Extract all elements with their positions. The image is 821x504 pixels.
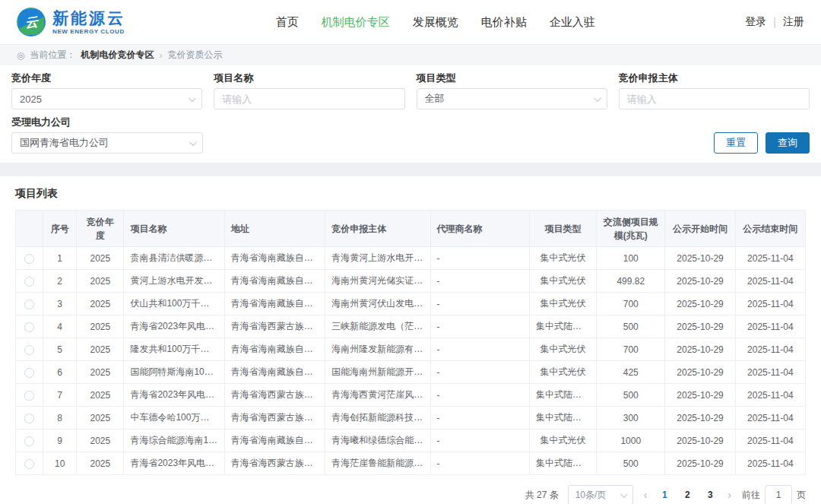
cell-scale: 499.82 bbox=[597, 270, 665, 293]
cell-type: 集中式光伏 bbox=[529, 338, 596, 361]
cell-year: 2025 bbox=[77, 247, 124, 270]
cell-no: 4 bbox=[43, 315, 77, 338]
col-agent: 代理商名称 bbox=[430, 211, 529, 247]
project-name-field: 项目名称 bbox=[214, 73, 404, 109]
row-radio-button[interactable] bbox=[24, 368, 34, 378]
row-radio-button[interactable] bbox=[24, 345, 34, 355]
goto-suffix: 页 bbox=[797, 489, 806, 502]
project-type-select[interactable]: 全部 bbox=[417, 88, 607, 109]
cell-address: 青海省海南藏族自治州贵南县 bbox=[224, 247, 325, 270]
page-size-select[interactable]: 10条/页 bbox=[568, 485, 633, 504]
cell-agent: - bbox=[430, 338, 529, 361]
row-radio-button[interactable] bbox=[24, 414, 34, 423]
query-button[interactable]: 查询 bbox=[766, 132, 810, 154]
cell-project-name: 青海省2023年风电项目三标段... bbox=[124, 315, 224, 338]
cell-scale: 300 bbox=[597, 407, 665, 430]
register-link[interactable]: 注册 bbox=[783, 15, 804, 29]
breadcrumb: ◎ 当前位置： 机制电价竞价专区 › 竞价资质公示 bbox=[0, 44, 821, 65]
cell-agent: - bbox=[430, 247, 529, 270]
col-type: 项目类型 bbox=[529, 211, 596, 247]
table-row[interactable]: 6 2025 国能阿特斯海南100万千瓦源... 青海省海南藏族自治州共和县 国… bbox=[16, 361, 806, 384]
login-link[interactable]: 登录 bbox=[745, 15, 766, 29]
table-row[interactable]: 10 2025 青海省2023年风电项目2标段... 青海省海西蒙古族藏族自治州… bbox=[16, 452, 806, 475]
radio-column-header bbox=[16, 211, 43, 247]
radio-cell bbox=[16, 452, 43, 475]
project-name-input[interactable] bbox=[214, 88, 404, 109]
col-entity: 竞价申报主体 bbox=[325, 211, 430, 247]
nav-item-development-overview[interactable]: 发展概览 bbox=[413, 15, 458, 30]
chevron-down-icon bbox=[594, 94, 601, 102]
cell-no: 8 bbox=[43, 407, 77, 430]
panel-gap bbox=[0, 163, 821, 176]
table-row[interactable]: 3 2025 伏山共和100万千瓦源网荷储... 青海省海南藏族自治州共和县 海… bbox=[16, 293, 806, 315]
cell-scale: 500 bbox=[597, 384, 665, 407]
next-page-icon[interactable]: › bbox=[726, 489, 733, 501]
cell-scale: 100 bbox=[597, 247, 665, 270]
row-radio-button[interactable] bbox=[24, 459, 34, 469]
bidding-entity-input[interactable] bbox=[619, 88, 810, 109]
cell-end-time: 2025-11-04 bbox=[735, 315, 805, 338]
table-row[interactable]: 4 2025 青海省2023年风电项目三标段... 青海省海西蒙古族藏族自治州.… bbox=[16, 315, 806, 338]
radio-cell bbox=[16, 315, 43, 338]
goto-page-input[interactable] bbox=[765, 485, 792, 504]
page-button-3[interactable]: 3 bbox=[703, 490, 717, 500]
table-header-row: 序号 竞价年度 项目名称 地址 竞价申报主体 代理商名称 项目类型 交流侧项目规… bbox=[16, 211, 806, 247]
cell-project-name: 国能阿特斯海南100万千瓦源... bbox=[124, 361, 224, 384]
cell-year: 2025 bbox=[77, 270, 124, 293]
project-table: 序号 竞价年度 项目名称 地址 竞价申报主体 代理商名称 项目类型 交流侧项目规… bbox=[15, 210, 806, 475]
cell-start-time: 2025-10-29 bbox=[665, 270, 735, 293]
page-button-2[interactable]: 2 bbox=[680, 490, 694, 500]
breadcrumb-section[interactable]: 机制电价竞价专区 bbox=[81, 49, 154, 62]
power-company-label: 受理电力公司 bbox=[11, 117, 203, 127]
cell-agent: - bbox=[430, 452, 529, 475]
nav-item-home[interactable]: 首页 bbox=[276, 15, 299, 30]
row-radio-button[interactable] bbox=[24, 254, 34, 264]
row-radio-button[interactable] bbox=[24, 436, 34, 446]
cell-type: 集中式光伏 bbox=[529, 361, 596, 384]
nav-item-mechanism-price-zone[interactable]: 机制电价专区 bbox=[322, 15, 390, 30]
table-row[interactable]: 5 2025 隆发共和100万千瓦源网荷储... 青海省海南藏族自治州共和县 海… bbox=[16, 338, 806, 361]
bidding-year-select[interactable]: 2025 bbox=[11, 88, 202, 109]
table-row[interactable]: 7 2025 青海省2023年风电项目1标段... 青海省海西蒙古族藏族自治州.… bbox=[16, 384, 806, 407]
table-row[interactable]: 1 2025 贵南县清洁供暖源网荷储一体... 青海省海南藏族自治州贵南县 青海… bbox=[16, 247, 806, 270]
radio-cell bbox=[16, 338, 43, 361]
cell-type: 集中式陆上风电 bbox=[529, 315, 596, 338]
new-energy-cloud-logo-icon: 云 bbox=[17, 8, 46, 36]
cell-end-time: 2025-11-04 bbox=[735, 452, 805, 475]
table-row[interactable]: 2 2025 黄河上游水电开发有限责任公... 青海省海南藏族自治州共和县 海南… bbox=[16, 270, 806, 293]
table-row[interactable]: 9 2025 青海综合能源海南100万千瓦... 青海省海南藏族自治州贵南县 青… bbox=[16, 430, 806, 452]
filter-buttons: 重置 查询 bbox=[714, 132, 810, 154]
cell-entity: 青海黄河上游水电开发有限责... bbox=[325, 247, 430, 270]
goto-page: 前往 页 bbox=[742, 485, 806, 504]
row-radio-button[interactable] bbox=[24, 322, 34, 332]
row-radio-button[interactable] bbox=[24, 391, 34, 401]
nav-item-price-subsidy[interactable]: 电价补贴 bbox=[481, 15, 527, 30]
auth-divider: | bbox=[773, 16, 776, 28]
cell-no: 7 bbox=[43, 384, 77, 407]
power-company-field: 受理电力公司 国网青海省电力公司 bbox=[11, 117, 203, 154]
cell-year: 2025 bbox=[77, 430, 124, 452]
power-company-select[interactable]: 国网青海省电力公司 bbox=[11, 132, 203, 154]
cell-scale: 500 bbox=[597, 452, 665, 475]
row-radio-button[interactable] bbox=[24, 277, 34, 287]
cell-agent: - bbox=[430, 361, 529, 384]
cell-start-time: 2025-10-29 bbox=[665, 452, 735, 475]
page-size-value: 10条/页 bbox=[575, 489, 607, 502]
cell-agent: - bbox=[430, 384, 529, 407]
top-header: 云 新能源云 NEW ENERGY CLOUD 首页 机制电价专区 发展概览 电… bbox=[0, 0, 821, 44]
total-count: 共 27 条 bbox=[525, 489, 559, 502]
row-radio-button[interactable] bbox=[24, 300, 34, 309]
radio-cell bbox=[16, 407, 43, 430]
chevron-down-icon bbox=[189, 138, 196, 146]
nav-item-enterprise-entry[interactable]: 企业入驻 bbox=[550, 15, 595, 30]
prev-page-icon[interactable]: ‹ bbox=[642, 489, 649, 501]
table-row[interactable]: 8 2025 中车德令哈100万千瓦源网荷... 青海省海西蒙古族藏族自治州..… bbox=[16, 407, 806, 430]
logo[interactable]: 云 新能源云 NEW ENERGY CLOUD bbox=[17, 8, 125, 36]
page-button-1[interactable]: 1 bbox=[658, 490, 671, 500]
breadcrumb-current: 竞价资质公示 bbox=[167, 49, 222, 62]
reset-button[interactable]: 重置 bbox=[714, 132, 758, 154]
logo-subtitle: NEW ENERGY CLOUD bbox=[52, 28, 125, 35]
cell-entity: 三峡新能源发电（茫崖）有限... bbox=[325, 315, 430, 338]
main-nav: 首页 机制电价专区 发展概览 电价补贴 企业入驻 bbox=[125, 15, 745, 30]
cell-year: 2025 bbox=[77, 315, 124, 338]
